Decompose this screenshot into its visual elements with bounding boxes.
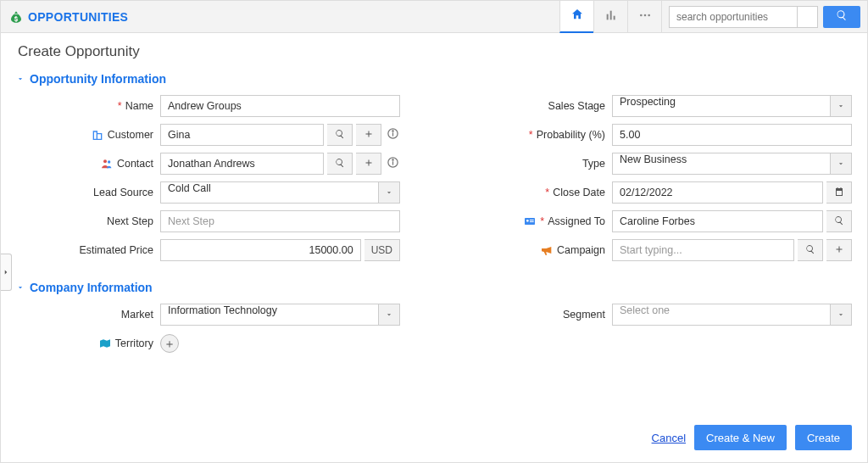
app-root: OPPORTUNITIES [0,0,868,463]
section-title: Opportunity Information [30,72,166,86]
svg-point-5 [648,14,650,17]
search-icon [335,129,345,142]
label-sales-stage: Sales Stage [548,100,605,112]
name-input[interactable] [160,95,400,117]
contact-add-button[interactable] [356,153,381,175]
svg-point-9 [103,159,107,163]
section-title: Company Information [30,281,153,294]
svg-point-10 [108,160,110,163]
chevron-down-icon [16,281,25,294]
label-market: Market [121,309,153,321]
moneybag-icon [9,10,23,24]
type-value: New Business [612,153,852,175]
label-lead-source: Lead Source [93,187,153,198]
plus-icon [834,244,844,257]
cancel-link[interactable]: Cancel [652,432,686,444]
label-estimated-price: Estimated Price [79,244,153,256]
home-button[interactable] [559,1,593,33]
opp-right-column: Sales Stage Prospecting *Probability (%) [468,94,852,262]
lead-source-select[interactable]: Cold Call [160,181,400,204]
search-button[interactable] [823,6,860,28]
footer-actions: Cancel Create & New Create [652,425,852,450]
customer-add-button[interactable] [356,124,381,146]
id-card-icon [523,215,537,228]
building-icon [91,128,104,142]
label-customer: Customer [108,129,153,141]
info-icon [387,156,399,171]
territory-icon [98,337,112,350]
module-title-text: OPPORTUNITIES [28,10,128,24]
campaign-input[interactable] [612,239,794,261]
side-expand-handle[interactable] [1,254,12,291]
megaphone-icon [540,243,554,257]
label-contact: Contact [117,158,153,170]
contact-info[interactable] [385,156,400,171]
required-marker: * [540,215,544,227]
svg-rect-16 [530,220,534,220]
create-button[interactable]: Create [795,425,852,450]
label-territory: Territory [115,337,153,349]
label-assigned-to: Assigned To [548,215,605,227]
charts-button[interactable] [593,1,627,33]
label-name: Name [125,100,153,112]
create-and-new-button[interactable]: Create & New [694,425,787,450]
type-select[interactable]: New Business [612,153,852,175]
svg-rect-1 [609,11,611,20]
label-next-step: Next Step [107,215,153,227]
more-button[interactable] [627,1,661,33]
search-icon [805,244,815,257]
assigned-to-search-button[interactable] [826,210,852,232]
plus-icon [364,129,374,142]
top-bar: OPPORTUNITIES [1,1,867,33]
customer-input[interactable] [160,124,324,146]
required-marker: * [118,100,122,112]
search-icon [834,215,844,228]
search-field [669,6,818,28]
svg-rect-0 [606,14,608,20]
search-region [661,1,867,33]
search-input[interactable] [670,11,797,23]
required-marker: * [529,129,533,141]
module-title: OPPORTUNITIES [1,10,136,24]
svg-point-3 [640,14,643,17]
calendar-icon [834,187,844,199]
contact-input[interactable] [160,153,324,175]
svg-point-13 [392,159,392,160]
probability-input[interactable] [612,124,852,146]
svg-point-8 [392,131,392,131]
estimated-price-unit: USD [364,239,400,261]
svg-point-4 [643,14,646,17]
campaign-search-button[interactable] [798,239,823,261]
required-marker: * [545,187,549,198]
section-toggle-company-info[interactable]: Company Information [16,281,852,294]
search-icon [836,9,848,24]
chevron-down-icon [16,72,25,86]
plus-icon: ＋ [164,337,175,349]
search-dropdown[interactable] [797,7,817,27]
ellipsis-icon [638,8,652,25]
sales-stage-select[interactable]: Prospecting [612,95,852,117]
label-close-date: Close Date [553,187,605,198]
bar-chart-icon [604,8,618,25]
section-toggle-opportunity-info[interactable]: Opportunity Information [16,72,852,86]
next-step-input[interactable] [160,210,400,232]
customer-info[interactable] [385,127,400,142]
segment-select[interactable]: Select one [612,304,852,326]
close-date-input[interactable] [612,181,823,204]
sales-stage-value: Prospecting [612,95,852,117]
customer-search-button[interactable] [327,124,353,146]
label-probability: Probability (%) [537,129,605,141]
campaign-add-button[interactable] [826,239,852,261]
svg-rect-2 [613,16,615,20]
territory-add-button[interactable]: ＋ [160,334,179,353]
market-value: Information Technology [160,304,400,326]
contact-search-button[interactable] [327,153,353,175]
close-date-picker-button[interactable] [826,181,852,204]
svg-rect-17 [530,221,534,222]
plus-icon [364,158,374,170]
estimated-price-input[interactable] [160,239,361,261]
market-select[interactable]: Information Technology [160,304,400,326]
segment-value: Select one [612,304,852,326]
assigned-to-input[interactable] [612,210,823,232]
company-form: Market Information Technology Territory [16,303,852,355]
